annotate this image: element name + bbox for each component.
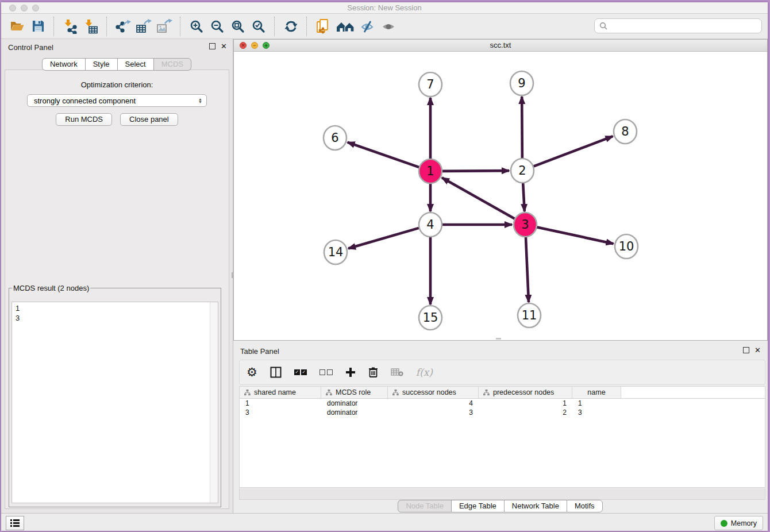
node-table: shared nameMCDS rolesuccessor nodesprede… [239, 386, 765, 488]
graph-node-6[interactable]: 6 [324, 126, 346, 150]
graph-node-10[interactable]: 10 [615, 234, 638, 259]
graph-edge-2-8[interactable] [533, 136, 613, 167]
task-history-button[interactable] [6, 516, 24, 530]
graph-edge-4-14[interactable] [348, 228, 419, 249]
zoom-out-icon[interactable] [209, 18, 226, 35]
graph-node-15[interactable]: 15 [419, 306, 442, 330]
table-row[interactable]: 1dominator411 [240, 399, 765, 408]
table-settings-icon[interactable]: ⚙ [247, 365, 257, 379]
graph-node-3[interactable]: 3 [514, 213, 537, 237]
clone-network-icon[interactable] [314, 18, 332, 35]
search-input[interactable] [611, 21, 757, 31]
graph-edge-2-3[interactable] [523, 182, 525, 211]
apply-layout-icon[interactable] [282, 18, 299, 35]
graph-node-4[interactable]: 4 [419, 213, 442, 237]
optimization-criterion-select[interactable]: strongly connected component ▲▼ [27, 94, 207, 107]
tab-network[interactable]: Network [42, 58, 86, 71]
network-canvas[interactable]: 7968124314101511 [234, 51, 767, 340]
tab-mcds[interactable]: MCDS [153, 58, 191, 71]
create-column-icon[interactable] [345, 367, 356, 377]
search-field[interactable] [594, 18, 762, 33]
graph-edge-1-6[interactable] [348, 142, 419, 168]
mcds-result-scrollbar[interactable] [210, 302, 218, 503]
graph-node-8[interactable]: 8 [614, 119, 637, 144]
graph-edge-3-11[interactable] [526, 236, 529, 302]
zoom-in-icon[interactable] [188, 18, 205, 35]
table-cell[interactable]: 3 [388, 408, 479, 417]
graph-edge-2-9[interactable] [522, 97, 522, 159]
table-cell[interactable]: 1 [479, 399, 572, 407]
function-builder-icon[interactable]: f(x) [416, 367, 433, 378]
node-label: 9 [518, 76, 525, 90]
export-table-icon[interactable] [135, 18, 152, 35]
mcds-result-textarea[interactable]: 1 3 [11, 302, 218, 503]
export-image-icon[interactable] [156, 18, 173, 35]
graph-node-14[interactable]: 14 [324, 240, 347, 264]
zoom-selected-icon[interactable] [250, 18, 267, 35]
table-cell[interactable]: 2 [479, 408, 572, 417]
graph-node-11[interactable]: 11 [518, 303, 541, 327]
tab-edge-table[interactable]: Edge Table [451, 500, 505, 512]
column-header-label: MCDS role [336, 388, 371, 396]
first-neighbors-icon[interactable] [335, 18, 356, 35]
table-row[interactable]: 3dominator323 [240, 408, 765, 417]
graph-node-1[interactable]: 1 [419, 159, 442, 183]
zoom-fit-icon[interactable] [229, 18, 247, 35]
toolbar-separator [180, 17, 181, 36]
optimization-criterion-value: strongly connected component [34, 97, 136, 105]
column-header-predecessor-nodes[interactable]: predecessor nodes [479, 387, 572, 398]
graph-edge-3-10[interactable] [537, 227, 614, 244]
open-session-icon[interactable] [9, 18, 26, 35]
float-table-panel-icon[interactable] [743, 347, 749, 353]
panel-mode-icon[interactable] [270, 367, 282, 378]
graph-node-9[interactable]: 9 [510, 71, 533, 95]
save-session-icon[interactable] [29, 18, 47, 35]
import-network-icon[interactable] [61, 18, 79, 35]
column-header-name[interactable]: name [572, 387, 621, 398]
delete-columns-icon[interactable] [368, 367, 378, 378]
graph-edge-3-1[interactable] [442, 178, 515, 219]
tab-node-table[interactable]: Node Table [398, 500, 452, 512]
toolbar-separator [106, 17, 107, 36]
network-scroll-handle[interactable] [496, 338, 501, 340]
run-mcds-button[interactable]: Run MCDS [56, 113, 112, 126]
tab-style[interactable]: Style [85, 58, 118, 71]
network-window-titlebar[interactable]: ✕ − ＋ scc.txt [234, 40, 767, 52]
show-all-icon[interactable] [380, 18, 397, 35]
table-cell[interactable]: 1 [572, 399, 621, 407]
float-panel-icon[interactable] [209, 43, 215, 49]
memory-button[interactable]: Memory [714, 516, 763, 530]
table-cell[interactable]: 4 [388, 399, 479, 407]
graph-node-2[interactable]: 2 [511, 159, 534, 183]
deselect-all-columns-icon[interactable] [319, 369, 333, 375]
column-header-MCDS-role[interactable]: MCDS role [321, 387, 388, 398]
delete-table-icon[interactable] [391, 368, 403, 377]
table-body: 1dominator4113dominator323 [240, 399, 765, 417]
memory-status-icon [721, 520, 727, 527]
graph-edge-1-2[interactable] [442, 171, 509, 171]
close-table-panel-icon[interactable]: ✕ [754, 347, 761, 353]
tab-select[interactable]: Select [117, 58, 154, 71]
table-type-tabs: Node TableEdge TableNetwork TableMotifs [233, 500, 768, 512]
mcds-result-box: MCDS result (2 nodes) 1 3 [9, 284, 221, 507]
import-table-icon[interactable] [82, 18, 99, 35]
table-cell[interactable]: dominator [321, 408, 388, 417]
column-header-successor-nodes[interactable]: successor nodes [388, 387, 479, 398]
control-panel: Control Panel ✕ NetworkStyleSelectMCDS O… [1, 39, 233, 514]
hide-selected-icon[interactable] [359, 18, 376, 35]
main-titlebar: Session: New Session [1, 2, 768, 14]
select-all-columns-icon[interactable]: ✓✓ [294, 369, 307, 375]
close-panel-icon[interactable]: ✕ [221, 43, 227, 49]
export-network-icon[interactable] [114, 18, 132, 35]
close-panel-button[interactable]: Close panel [120, 113, 178, 126]
tab-motifs[interactable]: Motifs [567, 500, 603, 512]
table-cell[interactable]: dominator [321, 399, 388, 407]
column-type-icon [483, 390, 490, 396]
graph-node-7[interactable]: 7 [419, 72, 442, 97]
table-cell[interactable]: 3 [572, 408, 621, 417]
toolbar-separator [306, 17, 307, 36]
tab-network-table[interactable]: Network Table [504, 500, 567, 512]
column-header-shared-name[interactable]: shared name [240, 387, 321, 398]
table-cell[interactable]: 3 [240, 408, 321, 417]
table-cell[interactable]: 1 [240, 399, 321, 407]
